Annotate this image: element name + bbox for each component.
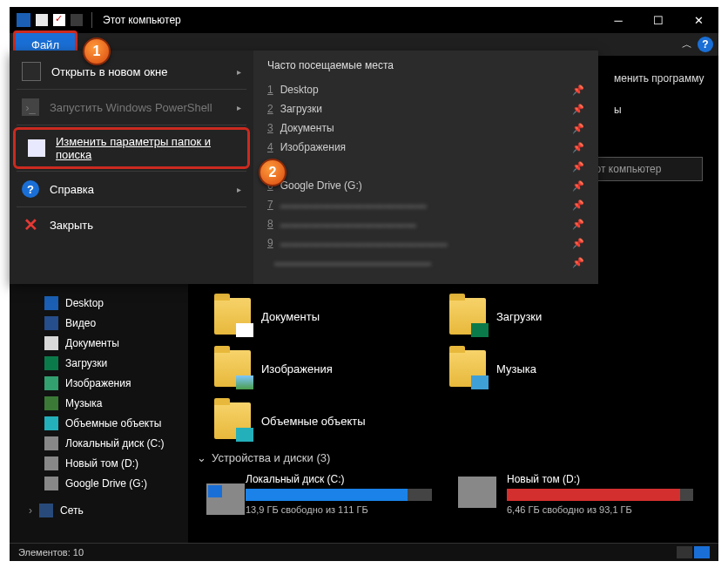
pin-icon[interactable]: 📌	[572, 161, 584, 172]
powershell-icon: ›_	[22, 98, 39, 116]
frequent-item[interactable]: 3Документы📌	[267, 118, 584, 138]
download-icon	[44, 356, 58, 370]
folder-3d[interactable]: Объемные объекты	[214, 397, 449, 444]
section-drives-header[interactable]: ⌄ Устройства и диски (3)	[197, 451, 710, 464]
sidebar-item-docs[interactable]: Документы	[10, 333, 188, 353]
file-menu: Открыть в новом окне▸ ›_ Запустить Windo…	[10, 51, 598, 284]
view-tiles-button[interactable]	[694, 546, 710, 558]
sidebar-item-drive-d[interactable]: Новый том (D:)	[10, 453, 188, 473]
ribbon-fragment: менить программу ы	[614, 63, 710, 125]
pin-icon[interactable]: 📌	[572, 85, 584, 96]
video-icon	[44, 316, 58, 330]
frequent-item[interactable]: 7▬▬▬▬▬▬▬▬▬▬▬▬▬▬📌	[267, 195, 584, 214]
images-icon	[44, 376, 58, 390]
pin-icon[interactable]: 📌	[572, 180, 584, 192]
docs-icon	[44, 336, 58, 350]
close-icon: ✕	[22, 216, 39, 233]
drive-icon	[44, 436, 58, 450]
sidebar-item-3d[interactable]: Объемные объекты	[10, 413, 188, 433]
menu-close[interactable]: ✕ Закрыть	[10, 209, 253, 240]
pin-icon[interactable]: 📌	[572, 257, 584, 268]
sidebar-item-drive-g[interactable]: Google Drive (G:)	[10, 473, 188, 493]
folder-images[interactable]: Изображения	[214, 345, 449, 392]
sidebar-item-downloads[interactable]: Загрузки	[10, 353, 188, 373]
pin-icon[interactable]: 📌	[572, 238, 584, 249]
callout-1: 1	[83, 37, 111, 65]
frequent-item[interactable]: 8▬▬▬▬▬▬▬▬▬▬▬▬▬📌	[267, 214, 584, 233]
menu-powershell: ›_ Запустить Windows PowerShell▸	[10, 91, 253, 123]
pin-icon[interactable]: 📌	[572, 219, 584, 230]
pin-icon[interactable]: 📌	[572, 104, 584, 115]
frequent-item[interactable]: ▬▬▬▬▬▬▬▬▬▬▬▬▬▬▬📌	[267, 253, 584, 272]
menu-open-new-window[interactable]: Открыть в новом окне▸	[10, 56, 253, 87]
frequent-item[interactable]: 1Desktop📌	[267, 80, 584, 99]
frequent-item[interactable]: 4Изображения📌	[267, 138, 584, 157]
sidebar-item-desktop[interactable]: Desktop	[10, 293, 188, 313]
desktop-icon	[44, 296, 58, 310]
menu-folder-options[interactable]: Изменить параметры папок и поиска	[13, 127, 250, 169]
sidebar-item-video[interactable]: Видео	[10, 313, 188, 333]
callout-2: 2	[259, 159, 286, 186]
drive-c[interactable]: Локальный диск (C:) 13,9 ГБ свободно из …	[197, 473, 432, 515]
pin-icon[interactable]: 📌	[572, 199, 584, 211]
view-details-button[interactable]	[677, 546, 692, 558]
sidebar-item-music[interactable]: Музыка	[10, 393, 188, 413]
status-text: Элементов: 10	[18, 547, 84, 558]
sidebar-item-images[interactable]: Изображения	[10, 373, 188, 393]
maximize-button[interactable]: ☐	[638, 7, 678, 33]
pc-icon	[17, 13, 30, 27]
music-icon	[44, 396, 58, 410]
drive-icon	[458, 477, 496, 508]
chevron-down-icon: ⌄	[197, 451, 206, 464]
help-icon: ?	[22, 180, 39, 198]
sidebar-item-drive-c[interactable]: Локальный диск (C:)	[10, 433, 188, 453]
drive-icon	[206, 483, 245, 515]
window-title: Этот компьютер	[103, 14, 181, 26]
folder-docs[interactable]: Документы	[214, 293, 449, 340]
frequent-item[interactable]: 2Загрузки📌	[267, 99, 584, 118]
qat-check-icon[interactable]	[53, 14, 65, 26]
close-button[interactable]: ✕	[678, 7, 718, 33]
drive-icon	[44, 456, 58, 470]
help-icon[interactable]: ?	[698, 37, 713, 52]
frequent-title: Часто посещаемые места	[267, 59, 584, 71]
folder-downloads[interactable]: Загрузки	[449, 293, 684, 340]
frequent-item[interactable]: 5📌	[267, 157, 584, 176]
minimize-button[interactable]: ─	[598, 7, 638, 33]
frequent-item[interactable]: 9▬▬▬▬▬▬▬▬▬▬▬▬▬▬▬▬📌	[267, 233, 584, 253]
window-icon	[22, 62, 41, 81]
menu-help[interactable]: ? Справка▸	[10, 173, 253, 205]
qat-icon2[interactable]	[71, 14, 83, 26]
status-bar: Элементов: 10	[10, 543, 718, 561]
pin-icon[interactable]: 📌	[572, 142, 584, 153]
folder-music[interactable]: Музыка	[449, 345, 684, 392]
pin-icon[interactable]: 📌	[572, 123, 584, 134]
options-icon	[28, 139, 45, 157]
obj3d-icon	[44, 416, 58, 430]
drive-icon	[44, 477, 58, 490]
sidebar-item-network[interactable]: ›Сеть	[10, 500, 188, 520]
frequent-item[interactable]: 6Google Drive (G:)📌	[267, 176, 584, 195]
chevron-up-icon[interactable]: ︿	[682, 37, 692, 52]
qat-icon[interactable]	[36, 14, 48, 26]
network-icon	[39, 504, 53, 517]
titlebar: Этот компьютер ─ ☐ ✕	[10, 7, 718, 33]
drive-d[interactable]: Новый том (D:) 6,46 ГБ свободно из 93,1 …	[458, 473, 693, 515]
